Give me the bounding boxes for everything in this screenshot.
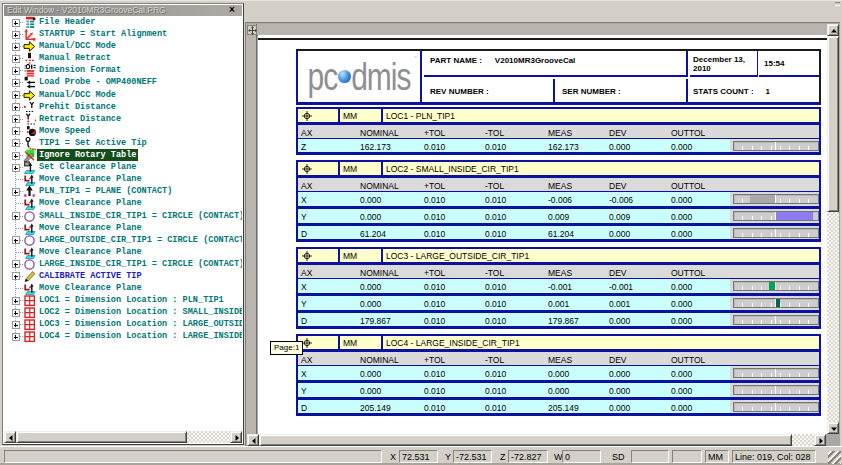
deviation-bar-zone bbox=[730, 400, 819, 414]
tree-item[interactable]: Set Clearance Plane bbox=[4, 161, 242, 173]
tree-item[interactable]: Ignore Rotary Table bbox=[4, 149, 242, 161]
scrollbar-track[interactable] bbox=[792, 434, 814, 446]
tree-item-label: Move Clearance Plane bbox=[37, 173, 144, 185]
tree-item[interactable]: Move Clearance Plane bbox=[4, 222, 242, 234]
expand-plus-icon[interactable] bbox=[12, 272, 20, 280]
tree-item-label: Manual/DCC Mode bbox=[37, 40, 118, 52]
move-handle-icon[interactable] bbox=[247, 25, 257, 35]
column-header: +TOL bbox=[424, 355, 445, 365]
tree-item[interactable]: Move Clearance Plane bbox=[4, 197, 242, 209]
column-header-row: AXNOMINAL+TOL-TOLMEASDEVOUTTOL bbox=[298, 125, 819, 139]
crosshair-icon bbox=[302, 338, 312, 348]
measurement-value: 0.001 bbox=[548, 299, 569, 309]
measurement-row: X0.0000.0100.0100.0000.0000.000 bbox=[298, 366, 819, 383]
measurement-value: 0.000 bbox=[671, 142, 692, 152]
tree-item[interactable]: Move Speed bbox=[4, 125, 242, 137]
expand-plus-icon[interactable] bbox=[12, 212, 20, 220]
tree-item[interactable]: LOC1 = Dimension Location : PLN_TIP1 bbox=[4, 294, 242, 306]
measurement-value: 0.010 bbox=[485, 386, 506, 396]
left-triangle-glyph bbox=[250, 437, 258, 445]
dimension-location-icon bbox=[23, 294, 36, 307]
scroll-right-arrow-icon[interactable] bbox=[230, 431, 242, 443]
tree-item[interactable]: SMALL_INSIDE_CIR_TIP1 = CIRCLE (CONTACT) bbox=[4, 210, 242, 222]
dimension-location-icon bbox=[23, 330, 36, 343]
scrollbar-thumb[interactable] bbox=[259, 434, 792, 446]
tree-item[interactable]: LOC4 = Dimension Location : LARGE_INSIDE… bbox=[4, 330, 242, 342]
expand-plus-icon[interactable] bbox=[12, 115, 20, 123]
tree-item[interactable]: Load Probe - OMP400NEFF bbox=[4, 76, 242, 88]
edit-window-horizontal-scrollbar[interactable] bbox=[4, 431, 242, 443]
window-top-highlight bbox=[0, 0, 842, 1]
measurement-value: 61.204 bbox=[548, 229, 574, 239]
expand-plus-icon[interactable] bbox=[12, 188, 20, 196]
report-vertical-scrollbar[interactable] bbox=[827, 24, 839, 434]
expand-plus-icon[interactable] bbox=[12, 297, 20, 305]
expand-plus-icon[interactable] bbox=[12, 321, 20, 329]
bar-center-line bbox=[775, 316, 776, 324]
measurement-value: 0.000 bbox=[671, 282, 692, 292]
measurement-value: 0.010 bbox=[424, 282, 445, 292]
expand-plus-icon[interactable] bbox=[12, 79, 20, 87]
scroll-right-arrow-icon[interactable] bbox=[814, 434, 826, 446]
tree-item[interactable]: Manual/DCC Mode bbox=[4, 40, 242, 52]
expand-plus-icon[interactable] bbox=[12, 91, 20, 99]
expand-plus-icon[interactable] bbox=[12, 309, 20, 317]
tree-item[interactable]: TIP1 = Set Active Tip bbox=[4, 137, 242, 149]
expand-plus-icon[interactable] bbox=[12, 31, 20, 39]
dimension-table: MMLOC3 - LARGE_OUTSIDE_CIR_TIP1AXNOMINAL… bbox=[296, 247, 821, 329]
expand-plus-icon[interactable] bbox=[12, 260, 20, 268]
expand-plus-icon[interactable] bbox=[12, 55, 20, 63]
expand-plus-icon[interactable] bbox=[12, 164, 20, 172]
tree-item-label: LARGE_INSIDE_CIR_TIP1 = CIRCLE (CONTACT) bbox=[37, 258, 242, 270]
measurement-value: 0.010 bbox=[485, 299, 506, 309]
tree-item[interactable]: LOC2 = Dimension Location : SMALL_INSIDE… bbox=[4, 306, 242, 318]
scroll-up-arrow-icon[interactable] bbox=[827, 24, 839, 36]
expand-plus-icon[interactable] bbox=[12, 67, 20, 75]
edit-window-title: Edit Window - V2010MR3GrooveCal.PRG bbox=[7, 5, 166, 15]
column-header: NOMINAL bbox=[360, 355, 399, 365]
scrollbar-track[interactable] bbox=[827, 212, 839, 422]
dimension-location-icon bbox=[23, 318, 36, 331]
tree-item[interactable]: PLN_TIP1 = PLANE (CONTACT) bbox=[4, 185, 242, 197]
expand-plus-icon[interactable] bbox=[12, 103, 20, 111]
tree-item[interactable]: CALIBRATE ACTIVE TIP bbox=[4, 270, 242, 282]
tree-item[interactable]: Move Clearance Plane bbox=[4, 173, 242, 185]
expand-plus-icon[interactable] bbox=[12, 19, 20, 27]
scroll-left-arrow-icon[interactable] bbox=[247, 434, 259, 446]
tree-item[interactable]: LARGE_OUTSIDE_CIR_TIP1 = CIRCLE (CONTACT… bbox=[4, 234, 242, 246]
expand-plus-icon[interactable] bbox=[12, 43, 20, 51]
tree-item[interactable]: Move Clearance Plane bbox=[4, 246, 242, 258]
scrollbar-thumb[interactable] bbox=[827, 36, 839, 212]
edit-window-titlebar[interactable]: Edit Window - V2010MR3GrooveCal.PRG × bbox=[4, 5, 242, 16]
tree-item[interactable]: LOC3 = Dimension Location : LARGE_OUTSID… bbox=[4, 318, 242, 330]
ser-number-cell: SER NUMBER : bbox=[557, 79, 688, 102]
scrollbar-track[interactable] bbox=[187, 431, 230, 443]
resize-grip[interactable] bbox=[828, 451, 841, 464]
expand-plus-icon[interactable] bbox=[12, 236, 20, 244]
tree-item[interactable]: Manual/DCC Mode bbox=[4, 89, 242, 101]
tree-item[interactable]: STARTUP = Start Alignment bbox=[4, 28, 242, 40]
tree-item[interactable]: Retract Distance bbox=[4, 113, 242, 125]
up-triangle-glyph bbox=[830, 27, 838, 35]
tree-item[interactable]: File Header bbox=[4, 16, 242, 28]
tree-item[interactable]: Dimension Format bbox=[4, 64, 242, 76]
expand-plus-icon[interactable] bbox=[12, 333, 20, 341]
pcdmis-logo: pcdmis ' bbox=[307, 56, 410, 96]
measurement-value: 0.000 bbox=[671, 299, 692, 309]
scroll-left-arrow-icon[interactable] bbox=[4, 431, 16, 443]
scrollbar-thumb[interactable] bbox=[16, 431, 187, 443]
close-icon[interactable]: × bbox=[226, 5, 238, 16]
report-horizontal-scrollbar[interactable] bbox=[247, 434, 826, 446]
scroll-down-arrow-icon[interactable] bbox=[827, 422, 839, 434]
measurement-value: 0.000 bbox=[360, 299, 381, 309]
expand-plus-icon[interactable] bbox=[12, 152, 20, 160]
tree-item[interactable]: Move Clearance Plane bbox=[4, 282, 242, 294]
expand-plus-icon[interactable] bbox=[12, 127, 20, 135]
tree-item[interactable]: LARGE_INSIDE_CIR_TIP1 = CIRCLE (CONTACT) bbox=[4, 258, 242, 270]
tree-item[interactable]: Manual Retract bbox=[4, 52, 242, 64]
four-way-arrow-glyph bbox=[248, 26, 257, 35]
column-header: OUTTOL bbox=[671, 355, 705, 365]
measurement-value: 0.010 bbox=[485, 369, 506, 379]
expand-plus-icon[interactable] bbox=[12, 139, 20, 147]
tree-item[interactable]: Prehit Distance bbox=[4, 101, 242, 113]
